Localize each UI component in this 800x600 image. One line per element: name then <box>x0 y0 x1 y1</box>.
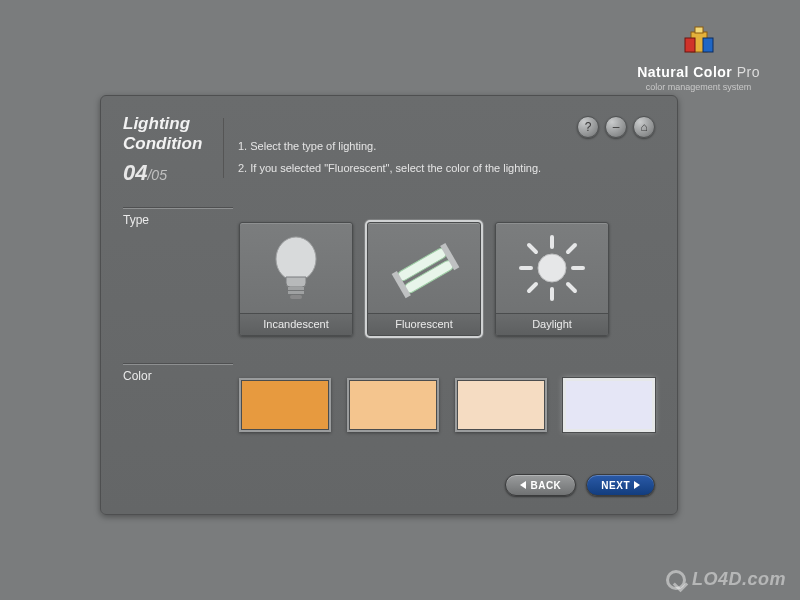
minimize-button[interactable]: – <box>605 116 627 138</box>
svg-line-19 <box>568 245 575 252</box>
svg-point-12 <box>538 254 566 282</box>
back-button-label: BACK <box>530 480 561 491</box>
fluorescent-tube-icon <box>368 223 480 313</box>
panel-top-buttons: ? – ⌂ <box>577 116 655 138</box>
instruction-2: 2. If you selected "Fluorescent", select… <box>238 162 655 174</box>
type-option-label: Daylight <box>496 313 608 335</box>
color-swatch-pale-peach[interactable] <box>455 378 547 432</box>
section-color-label: Color <box>123 364 233 438</box>
svg-rect-5 <box>288 287 304 290</box>
section-type: Type Incandescent <box>123 208 655 342</box>
type-option-incandescent[interactable]: Incandescent <box>239 222 353 336</box>
svg-rect-3 <box>695 27 703 33</box>
type-option-label: Fluorescent <box>368 313 480 335</box>
brand-tagline: color management system <box>637 82 760 92</box>
header-divider <box>223 118 224 178</box>
svg-rect-6 <box>288 291 304 294</box>
next-button-label: NEXT <box>601 480 630 491</box>
watermark-text: LO4D.com <box>692 569 786 590</box>
type-options: Incandescent Fluorescent <box>239 222 655 336</box>
minimize-icon: – <box>613 120 620 134</box>
svg-line-20 <box>529 284 536 291</box>
color-swatch-light-orange[interactable] <box>347 378 439 432</box>
help-button[interactable]: ? <box>577 116 599 138</box>
chevron-right-icon <box>634 481 640 489</box>
panel-header: Lighting Condition 04/05 1. Select the t… <box>123 114 655 186</box>
back-button[interactable]: BACK <box>505 474 576 496</box>
svg-rect-1 <box>685 38 695 52</box>
svg-line-18 <box>568 284 575 291</box>
chevron-left-icon <box>520 481 526 489</box>
wizard-panel: ? – ⌂ Lighting Condition 04/05 1. Select… <box>100 95 678 515</box>
type-option-label: Incandescent <box>240 313 352 335</box>
brand-logo-icon <box>679 24 719 60</box>
svg-rect-2 <box>703 38 713 52</box>
svg-point-4 <box>276 237 316 281</box>
type-option-fluorescent[interactable]: Fluorescent <box>367 222 481 336</box>
watermark-icon <box>666 570 686 590</box>
step-indicator: 04/05 <box>123 160 215 186</box>
sun-icon <box>496 223 608 313</box>
home-button[interactable]: ⌂ <box>633 116 655 138</box>
next-button[interactable]: NEXT <box>586 474 655 496</box>
lightbulb-icon <box>240 223 352 313</box>
color-swatch-warm-orange[interactable] <box>239 378 331 432</box>
help-icon: ? <box>585 120 592 134</box>
brand-block: Natural Color Pro color management syste… <box>637 24 760 92</box>
watermark: LO4D.com <box>666 569 786 590</box>
wizard-nav: BACK NEXT <box>505 474 655 496</box>
type-option-daylight[interactable]: Daylight <box>495 222 609 336</box>
color-swatch-cool-white[interactable] <box>563 378 655 432</box>
brand-name: Natural Color Pro <box>637 64 760 80</box>
svg-rect-7 <box>290 295 302 299</box>
svg-line-17 <box>529 245 536 252</box>
page-title: Lighting Condition <box>123 114 215 154</box>
color-options <box>239 378 655 432</box>
instruction-1: 1. Select the type of lighting. <box>238 140 655 152</box>
section-color: Color <box>123 364 655 438</box>
home-icon: ⌂ <box>640 120 647 134</box>
section-type-label: Type <box>123 208 233 342</box>
